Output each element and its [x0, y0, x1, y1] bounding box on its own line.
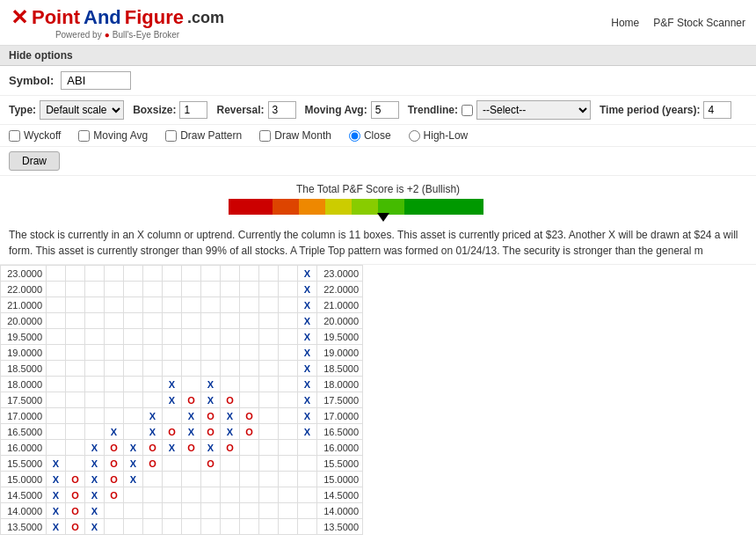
cell: X: [47, 456, 66, 472]
moving-avg-input[interactable]: [371, 101, 399, 119]
table-row: 15.5000XXOXOO15.5000: [1, 456, 363, 472]
moving-avg-group: Moving Avg:: [305, 101, 399, 119]
x-mark: X: [169, 379, 175, 390]
time-period-input[interactable]: [703, 101, 731, 119]
cell: [143, 472, 163, 487]
trendline-select[interactable]: --Select-- 45 Degree Bullish Support Bea…: [476, 100, 591, 120]
cell: [259, 266, 279, 282]
x-mark: X: [91, 474, 98, 485]
cell: X: [221, 408, 240, 424]
draw-pattern-checkbox-label[interactable]: Draw Pattern: [165, 129, 242, 142]
draw-month-checkbox-label[interactable]: Draw Month: [259, 129, 331, 142]
o-mark: O: [110, 490, 118, 501]
o-mark: O: [71, 506, 79, 516]
o-mark: O: [245, 427, 253, 437]
draw-pattern-checkbox[interactable]: [165, 130, 177, 142]
moving-avg-checkbox-label[interactable]: Moving Avg: [78, 129, 148, 142]
logo-x-icon: ✕: [11, 5, 28, 30]
cell: [221, 345, 240, 361]
cell: O: [143, 456, 163, 472]
cell: [279, 424, 298, 440]
cell: [221, 282, 240, 297]
boxsize-label: Boxsize:: [133, 104, 176, 116]
x-mark: X: [188, 427, 194, 437]
cell: [163, 297, 182, 313]
cell: X: [47, 519, 66, 535]
logo-brand-red2: Figure: [125, 6, 184, 29]
cell: [66, 440, 85, 456]
header: ✕ PointAndFigure.com Powered by ● Bull's…: [0, 0, 756, 46]
cell: [66, 377, 85, 392]
table-row: 17.5000XOXOX17.5000: [1, 392, 363, 408]
cell: [221, 297, 240, 313]
type-select[interactable]: Default scale Log scale: [40, 100, 124, 120]
cell: [163, 472, 182, 487]
cell: X: [201, 392, 221, 408]
chart-area[interactable]: 23.0000X23.000022.0000X22.000021.0000X21…: [0, 265, 756, 535]
high-low-radio[interactable]: [409, 130, 420, 142]
table-row: 23.0000X23.0000: [1, 266, 363, 282]
cell: [163, 266, 182, 282]
cell: [221, 329, 240, 345]
wyckoff-checkbox[interactable]: [9, 130, 20, 142]
cell: [279, 408, 298, 424]
right-price: 19.5000: [317, 329, 363, 345]
cell: [105, 503, 124, 519]
x-mark: X: [53, 506, 59, 516]
cell: [124, 345, 143, 361]
cell: X: [85, 440, 105, 456]
cell: [201, 282, 221, 297]
right-price: 13.5000: [317, 519, 363, 535]
high-low-radio-label[interactable]: High-Low: [409, 129, 469, 142]
boxsize-input[interactable]: [179, 101, 207, 119]
score-seg-7: [404, 199, 483, 215]
cell: [66, 456, 85, 472]
logo-subtitle: Powered by ● Bull's-Eye Broker: [55, 30, 179, 40]
cell: [182, 297, 201, 313]
cell: [201, 472, 221, 487]
right-price: 21.0000: [317, 297, 363, 313]
cell: O: [143, 440, 163, 456]
wyckoff-checkbox-label[interactable]: Wyckoff: [9, 129, 61, 142]
time-period-label: Time period (years):: [600, 104, 700, 116]
cell: [47, 313, 66, 329]
cell: [105, 313, 124, 329]
close-radio[interactable]: [349, 130, 360, 142]
table-row: 22.0000X22.0000: [1, 282, 363, 297]
nav-home[interactable]: Home: [611, 17, 639, 29]
moving-avg-checkbox[interactable]: [78, 130, 90, 142]
cell: [143, 329, 163, 345]
checkbox-row: Wyckoff Moving Avg Draw Pattern Draw Mon…: [0, 125, 756, 147]
draw-button[interactable]: Draw: [9, 151, 60, 171]
cell: X: [201, 377, 221, 392]
cell: [163, 345, 182, 361]
type-label: Type:: [9, 104, 36, 116]
cell: [182, 472, 201, 487]
o-mark: O: [168, 427, 176, 437]
cell: X: [85, 472, 105, 487]
score-bar-container: [229, 199, 527, 215]
cell: [47, 392, 66, 408]
trendline-checkbox[interactable]: [462, 105, 473, 116]
x-mark: X: [304, 348, 310, 358]
cell: [201, 313, 221, 329]
symbol-input[interactable]: [61, 71, 131, 90]
cell: O: [66, 472, 85, 487]
x-mark: X: [53, 490, 59, 501]
x-mark: X: [304, 427, 310, 437]
cell: [259, 329, 279, 345]
cell: [279, 329, 298, 345]
cell: X: [298, 282, 317, 297]
x-mark: X: [130, 474, 136, 485]
cell: X: [298, 424, 317, 440]
cell: [47, 408, 66, 424]
close-radio-label[interactable]: Close: [349, 129, 391, 142]
nav-scanner[interactable]: P&F Stock Scanner: [653, 17, 745, 29]
options-bar[interactable]: Hide options: [0, 46, 756, 66]
cell: [240, 377, 259, 392]
cell: [279, 519, 298, 535]
logo-com: .com: [187, 9, 224, 27]
draw-month-checkbox[interactable]: [259, 130, 271, 142]
score-seg-2: [273, 199, 299, 215]
reversal-input[interactable]: [268, 101, 296, 119]
